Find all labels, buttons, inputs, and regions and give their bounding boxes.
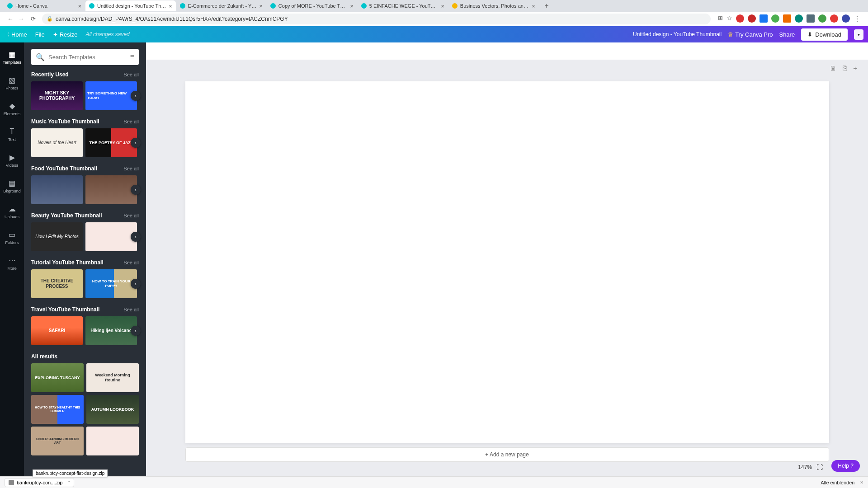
ext-icon[interactable] xyxy=(830,14,838,23)
template-thumb[interactable]: Hiking Ijen Volcano xyxy=(85,316,137,345)
template-thumb[interactable] xyxy=(85,222,137,251)
rail-folders[interactable]: ▭Folders xyxy=(0,228,24,247)
browser-tab[interactable]: E-Commerce der Zukunft - Y…× xyxy=(176,0,266,11)
scroll-right-button[interactable]: › xyxy=(131,326,141,336)
add-page-button[interactable]: + Add a new page xyxy=(185,447,829,462)
rail-background[interactable]: ▤Bkground xyxy=(0,177,24,195)
menu-icon[interactable]: ⋮ xyxy=(854,14,861,23)
scroll-right-button[interactable]: › xyxy=(131,138,141,148)
ext-icon[interactable] xyxy=(771,14,779,23)
close-icon[interactable]: × xyxy=(78,3,81,9)
templates-icon: ▦ xyxy=(8,50,17,59)
help-button[interactable]: Help ? xyxy=(831,460,860,472)
share-button[interactable]: Share xyxy=(779,31,795,38)
chevron-up-icon[interactable]: ⌃ xyxy=(67,480,71,485)
ext-icon[interactable] xyxy=(807,14,815,23)
template-thumb[interactable]: NIGHT SKY PHOTOGRAPHY xyxy=(31,81,83,110)
see-all-link[interactable]: See all xyxy=(123,119,139,124)
browser-tab[interactable]: Copy of MORE - YouTube Thu…× xyxy=(267,0,357,11)
template-thumb[interactable]: HOW TO STAY HEALTHY THIS SUMMER xyxy=(31,395,84,424)
template-thumb[interactable]: Novels of the Heart xyxy=(31,128,83,157)
template-thumb[interactable]: How I Edit My Photos xyxy=(31,222,83,251)
filter-icon[interactable]: ≡ xyxy=(130,53,134,61)
browser-tab[interactable]: 5 EINFACHE WEGE - YouTube…× xyxy=(358,0,448,11)
rail-more[interactable]: ⋯More xyxy=(0,254,24,272)
download-chip[interactable]: bankruptcy-con....zip ⌃ xyxy=(5,478,74,487)
template-thumb[interactable] xyxy=(85,175,137,204)
template-thumb[interactable] xyxy=(86,427,139,455)
close-icon[interactable]: × xyxy=(259,3,263,9)
template-thumb[interactable]: EXPLORING TUSCANY xyxy=(31,363,84,392)
zoom-level[interactable]: 147% xyxy=(798,464,812,470)
close-icon[interactable]: × xyxy=(441,3,444,9)
fullscreen-icon[interactable]: ⛶ xyxy=(816,464,823,471)
text-icon: T xyxy=(8,127,17,136)
scroll-right-button[interactable]: › xyxy=(131,91,141,101)
rail-photos[interactable]: ▧Photos xyxy=(0,74,24,92)
see-all-link[interactable]: See all xyxy=(123,72,139,77)
download-options-button[interactable]: ▾ xyxy=(854,29,863,40)
try-pro-button[interactable]: ♛ Try Canva Pro xyxy=(728,31,773,38)
search-input-wrap[interactable]: 🔍 ≡ xyxy=(31,49,139,65)
ext-icon[interactable] xyxy=(760,14,768,23)
folders-icon: ▭ xyxy=(8,230,17,239)
ext-icon[interactable] xyxy=(795,14,803,23)
zoom-control: 147% ⛶ xyxy=(798,464,823,471)
home-button[interactable]: 〈 Home xyxy=(5,31,27,38)
notes-icon[interactable]: 🗎 xyxy=(830,64,836,72)
close-icon[interactable]: × xyxy=(532,3,535,9)
template-thumb[interactable]: UNDERSTANDING MODERN ART xyxy=(31,427,84,455)
see-all-link[interactable]: See all xyxy=(123,213,139,218)
avatar[interactable] xyxy=(842,14,850,23)
rail-text[interactable]: TText xyxy=(0,125,24,144)
section-title: Food YouTube Thumbnail xyxy=(31,165,97,172)
duplicate-icon[interactable]: ⎘ xyxy=(843,64,847,72)
ext-icon[interactable] xyxy=(783,14,791,23)
forward-button[interactable]: → xyxy=(18,15,24,23)
rail-videos[interactable]: ▶Videos xyxy=(0,151,24,169)
template-thumb[interactable]: SAFARI xyxy=(31,316,83,345)
background-icon: ▤ xyxy=(8,178,17,188)
browser-tab[interactable]: Home - Canva× xyxy=(4,0,85,11)
search-input[interactable] xyxy=(48,54,130,61)
rail-uploads[interactable]: ☁Uploads xyxy=(0,202,24,221)
template-thumb[interactable]: THE POETRY OF JAZZ xyxy=(85,128,137,157)
url-input[interactable]: 🔒 canva.com/design/DAD_P4WrS_4/OAs11Acwm… xyxy=(42,14,711,24)
ext-icon[interactable] xyxy=(736,14,744,23)
browser-tab[interactable]: Business Vectors, Photos and…× xyxy=(448,0,539,11)
design-title[interactable]: Untitled design - YouTube Thumbnail xyxy=(633,31,722,38)
template-thumb[interactable]: THE CREATIVE PROCESS xyxy=(31,269,83,298)
ext-icon[interactable] xyxy=(818,14,826,23)
new-tab-button[interactable]: + xyxy=(542,1,551,10)
see-all-link[interactable]: See all xyxy=(123,166,139,171)
see-all-link[interactable]: See all xyxy=(123,307,139,312)
add-page-icon[interactable]: + xyxy=(853,64,857,72)
close-icon[interactable]: × xyxy=(350,3,354,9)
download-button[interactable]: ⬇ Download xyxy=(801,28,848,41)
rail-templates[interactable]: ▦Templates xyxy=(0,48,24,66)
rail-elements[interactable]: ◆Elements xyxy=(0,99,24,118)
close-icon[interactable]: × xyxy=(169,3,172,9)
page-tools: 🗎 ⎘ + xyxy=(830,64,857,72)
lock-icon: 🔒 xyxy=(47,16,53,22)
design-canvas[interactable] xyxy=(185,81,829,443)
template-thumb[interactable]: Weekend Morning Routine xyxy=(86,363,139,392)
resize-button[interactable]: ✦ Resize xyxy=(53,31,78,38)
scroll-right-button[interactable]: › xyxy=(131,279,141,289)
reload-button[interactable]: ⟳ xyxy=(28,15,38,22)
scroll-right-button[interactable]: › xyxy=(131,232,141,242)
close-icon[interactable]: × xyxy=(860,479,863,486)
show-all-downloads[interactable]: Alle einblenden xyxy=(821,480,854,485)
template-thumb[interactable]: AUTUMN LOOKBOOK xyxy=(86,395,139,424)
browser-tab-active[interactable]: Untitled design - YouTube Th…× xyxy=(85,0,176,11)
see-all-link[interactable]: See all xyxy=(123,260,139,265)
template-thumb[interactable]: TRY SOMETHING NEW TODAY xyxy=(85,81,137,110)
bookmark-icon[interactable]: ☆ xyxy=(726,14,732,23)
ext-icon[interactable] xyxy=(748,14,756,23)
scroll-right-button[interactable]: › xyxy=(131,185,141,195)
back-button[interactable]: ← xyxy=(7,15,14,23)
translate-icon[interactable]: ⊞ xyxy=(718,14,723,23)
template-thumb[interactable]: HOW TO TRAIN YOUR PUPPY xyxy=(85,269,137,298)
file-menu[interactable]: File xyxy=(35,31,45,38)
template-thumb[interactable] xyxy=(31,175,83,204)
